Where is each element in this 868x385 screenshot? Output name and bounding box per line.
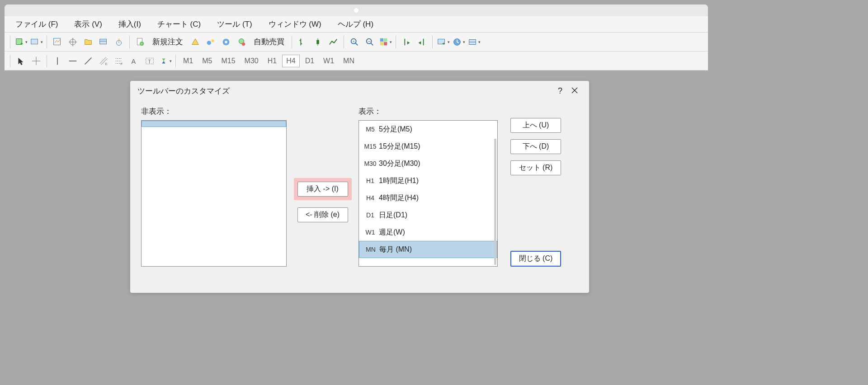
list-item[interactable]: H44時間足(H4) [359, 189, 497, 207]
menu-file[interactable]: ファイル (F) [7, 17, 66, 31]
insert-button[interactable]: 挿入 -> (I) [297, 182, 348, 197]
listbox-scrollbar[interactable] [494, 139, 496, 265]
templates-icon[interactable] [467, 35, 481, 49]
new-order-button[interactable]: 新規注文 [149, 35, 187, 49]
timeframe-m5[interactable]: M5 [198, 55, 216, 67]
timeframe-mn[interactable]: MN [340, 55, 358, 67]
market-watch-icon[interactable] [51, 35, 64, 49]
metaquotes-icon[interactable] [189, 35, 202, 49]
svg-rect-3 [54, 38, 61, 45]
svg-point-14 [207, 41, 211, 45]
timeframe-code: H1 [362, 177, 379, 184]
timeframe-h4[interactable]: H4 [282, 55, 299, 67]
svg-text:+: + [141, 42, 143, 46]
timeframe-code: W1 [362, 229, 379, 236]
svg-text:F: F [121, 62, 123, 66]
hidden-selection-bar [142, 121, 286, 127]
timeframe-label: 1時間足(H1) [379, 176, 419, 186]
new-order-icon[interactable]: + [133, 35, 147, 49]
data-window-icon[interactable] [66, 35, 80, 49]
trendline-icon[interactable] [81, 54, 95, 68]
svg-rect-31 [380, 38, 383, 41]
timeframe-m15[interactable]: M15 [217, 55, 239, 67]
zoom-out-icon[interactable]: − [363, 35, 377, 49]
list-item[interactable]: D1日足(D1) [359, 207, 497, 224]
auto-trade-icon[interactable] [235, 35, 248, 49]
market-icon[interactable] [219, 35, 233, 49]
timeframe-label: 日足(D1) [379, 211, 407, 220]
dialog-titlebar[interactable]: ツールバーのカスタマイズ ? [130, 81, 589, 101]
svg-point-19 [242, 42, 245, 45]
bar-chart-icon[interactable] [296, 35, 309, 49]
timeframe-h1[interactable]: H1 [264, 55, 280, 67]
svg-rect-34 [384, 42, 387, 45]
profiles-icon[interactable] [29, 35, 43, 49]
fibonacci-icon[interactable]: F [112, 54, 126, 68]
timeframe-m30[interactable]: M30 [241, 55, 262, 67]
menu-window[interactable]: ウィンドウ (W) [260, 17, 330, 31]
menu-chart[interactable]: チャート (C) [149, 17, 209, 31]
move-down-button[interactable]: 下へ (D) [510, 139, 561, 154]
horizontal-line-icon[interactable] [66, 54, 80, 68]
arrows-icon[interactable] [158, 54, 172, 68]
reset-button[interactable]: セット (R) [510, 160, 561, 175]
list-item[interactable]: H11時間足(H1) [359, 172, 497, 189]
timeframe-d1[interactable]: D1 [302, 55, 318, 67]
shown-label: 表示： [359, 106, 498, 117]
timeframe-label: 週足(W) [379, 228, 405, 237]
auto-trade-button[interactable]: 自動売買 [250, 35, 288, 49]
help-icon[interactable]: ? [553, 86, 567, 96]
zoom-in-icon[interactable]: + [348, 35, 361, 49]
svg-point-9 [117, 40, 122, 45]
svg-text:T: T [148, 58, 151, 64]
svg-rect-2 [31, 39, 38, 44]
remove-button[interactable]: <- 削除 (e) [297, 207, 348, 222]
menu-tools[interactable]: ツール (T) [209, 17, 260, 31]
arrange-windows-icon[interactable] [378, 35, 392, 49]
timeframe-m1[interactable]: M1 [179, 55, 197, 67]
line-chart-icon[interactable] [326, 35, 340, 49]
shown-listbox[interactable]: M55分足(M5)M1515分足(M15)M3030分足(M30)H11時間足(… [359, 120, 498, 267]
periods-icon[interactable] [452, 35, 465, 49]
hidden-listbox[interactable] [141, 120, 287, 267]
list-item[interactable]: M1515分足(M15) [359, 138, 497, 155]
main-toolbar: + + 新規注文 自動売買 + − + [5, 33, 708, 52]
svg-rect-10 [118, 38, 120, 40]
menu-view[interactable]: 表示 (V) [66, 17, 110, 31]
app-window: ファイル (F) 表示 (V) 挿入(I) チャート (C) ツール (T) ウ… [5, 5, 708, 319]
menu-help[interactable]: ヘルプ (H) [330, 17, 382, 31]
cursor-icon[interactable] [14, 54, 28, 68]
terminal-icon[interactable] [97, 35, 110, 49]
close-button[interactable]: 閉じる (C) [510, 251, 561, 267]
svg-text:+: + [20, 41, 23, 46]
menu-insert[interactable]: 挿入(I) [110, 17, 149, 31]
indicators-icon[interactable]: + [436, 35, 450, 49]
candlestick-icon[interactable] [311, 35, 325, 49]
move-up-button[interactable]: 上へ (U) [510, 118, 561, 133]
list-item[interactable]: M55分足(M5) [359, 121, 497, 138]
vertical-line-icon[interactable] [51, 54, 64, 68]
window-titlebar[interactable] [5, 5, 708, 16]
timeframe-code: M30 [362, 160, 379, 167]
crosshair-icon[interactable] [29, 54, 43, 68]
titlebar-dot-icon [354, 8, 359, 13]
autoscroll-icon[interactable] [400, 35, 413, 49]
timeframe-code: H4 [362, 194, 379, 202]
menubar: ファイル (F) 表示 (V) 挿入(I) チャート (C) ツール (T) ウ… [5, 16, 708, 33]
timeframe-label: 4時間足(H4) [379, 193, 419, 203]
signals-icon[interactable] [204, 35, 217, 49]
equidistant-channel-icon[interactable]: E [97, 54, 110, 68]
list-item[interactable]: M3030分足(M30) [359, 155, 497, 172]
strategy-tester-icon[interactable] [112, 35, 126, 49]
new-chart-icon[interactable]: + [14, 35, 28, 49]
text-label-icon[interactable]: T [143, 54, 156, 68]
svg-text:+: + [352, 39, 354, 43]
close-icon[interactable] [567, 86, 582, 96]
list-item[interactable]: MN毎月 (MN) [359, 241, 497, 258]
navigator-icon[interactable] [81, 35, 95, 49]
chart-shift-icon[interactable] [415, 35, 429, 49]
text-icon[interactable]: A [127, 54, 141, 68]
list-item[interactable]: W1週足(W) [359, 224, 497, 241]
timeframe-label: 30分足(M30) [379, 159, 420, 169]
timeframe-w1[interactable]: W1 [320, 55, 338, 67]
